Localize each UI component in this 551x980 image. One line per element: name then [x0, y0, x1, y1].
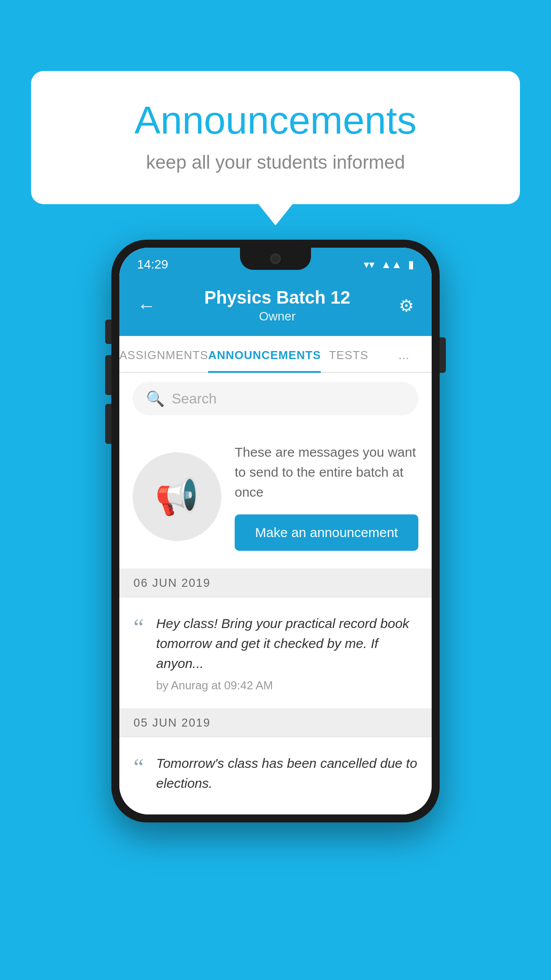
signal-icon: ▲▲	[381, 258, 402, 271]
tab-tests[interactable]: TESTS	[321, 336, 376, 372]
quote-icon-2: “	[134, 756, 144, 779]
bubble-subtitle: keep all your students informed	[67, 152, 484, 173]
speech-bubble-card: Announcements keep all your students inf…	[31, 71, 520, 204]
megaphone-icon: 📢	[155, 476, 199, 518]
announcement-meta-1: by Anurag at 09:42 AM	[156, 679, 417, 692]
header-title: Physics Batch 12	[204, 288, 350, 308]
wifi-icon: ▾▾	[364, 258, 374, 271]
phone-shell: 14:29 ▾▾ ▲▲ ▮ ← Physics Batch 12 Owner ⚙…	[111, 240, 440, 822]
phone-notch	[240, 248, 311, 270]
status-icons: ▾▾ ▲▲ ▮	[364, 258, 414, 271]
phone-screen: 14:29 ▾▾ ▲▲ ▮ ← Physics Batch 12 Owner ⚙…	[119, 248, 432, 814]
announcement-description: These are messages you want to send to t…	[235, 442, 418, 502]
announcement-item-1: “ Hey class! Bring your practical record…	[119, 597, 432, 709]
header-subtitle: Owner	[204, 309, 350, 324]
announcement-text-2: Tomorrow's class has been cancelled due …	[156, 753, 417, 798]
tabs-bar: ASSIGNMENTS ANNOUNCEMENTS TESTS ...	[119, 336, 432, 373]
announcement-intro: 📢 These are messages you want to send to…	[119, 424, 432, 569]
date-separator-2: 05 JUN 2019	[119, 709, 432, 737]
quote-icon-1: “	[134, 616, 144, 639]
app-header: ← Physics Batch 12 Owner ⚙	[119, 277, 432, 336]
status-time: 14:29	[137, 257, 168, 272]
gear-icon[interactable]: ⚙	[399, 296, 414, 316]
power-button	[440, 337, 446, 373]
announcement-message-2: Tomorrow's class has been cancelled due …	[156, 753, 417, 793]
camera	[270, 253, 281, 264]
search-icon: 🔍	[146, 390, 165, 407]
speech-bubble-section: Announcements keep all your students inf…	[31, 71, 520, 204]
tab-announcements[interactable]: ANNOUNCEMENTS	[208, 336, 321, 372]
announcement-intro-content: These are messages you want to send to t…	[235, 442, 418, 551]
tab-more[interactable]: ...	[376, 336, 432, 372]
tab-assignments[interactable]: ASSIGNMENTS	[119, 336, 208, 372]
announcement-message-1: Hey class! Bring your practical record b…	[156, 613, 417, 673]
announcement-text-1: Hey class! Bring your practical record b…	[156, 613, 417, 692]
bubble-title: Announcements	[67, 98, 484, 143]
search-bar[interactable]: 🔍 Search	[133, 382, 418, 415]
mute-button	[105, 320, 111, 344]
phone-device: 14:29 ▾▾ ▲▲ ▮ ← Physics Batch 12 Owner ⚙…	[111, 240, 440, 822]
back-button[interactable]: ←	[137, 295, 156, 316]
header-center: Physics Batch 12 Owner	[204, 288, 350, 324]
search-placeholder: Search	[172, 391, 216, 407]
megaphone-circle: 📢	[133, 452, 221, 541]
date-separator-1: 06 JUN 2019	[119, 569, 432, 597]
make-announcement-button[interactable]: Make an announcement	[235, 514, 418, 551]
volume-up-button	[105, 355, 111, 395]
search-container: 🔍 Search	[119, 373, 432, 424]
announcement-item-2: “ Tomorrow's class has been cancelled du…	[119, 737, 432, 814]
battery-icon: ▮	[408, 258, 414, 271]
volume-down-button	[105, 404, 111, 444]
